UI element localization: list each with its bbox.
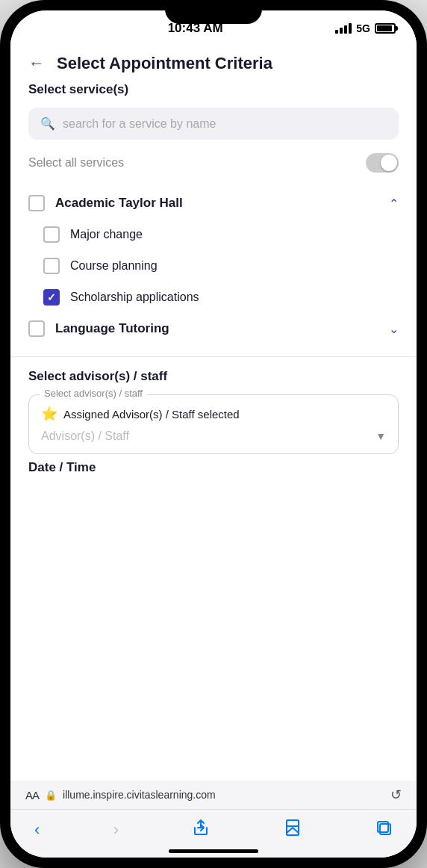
advisor-card[interactable]: Select advisor(s) / staff ⭐ Assigned Adv… [28, 394, 399, 454]
sub-checkbox-course-planning[interactable] [43, 258, 60, 274]
advisor-selected-text: Assigned Advisor(s) / Staff selected [63, 408, 240, 421]
signal-type: 5G [356, 22, 370, 34]
chevron-down-icon[interactable]: ⌄ [389, 322, 399, 336]
date-time-label: Date / Time [28, 460, 399, 475]
category-checkbox-academic[interactable] [28, 195, 45, 211]
category-name-language: Language Tutoring [55, 321, 378, 336]
services-section-label: Select service(s) [28, 82, 399, 97]
sub-item-label-course-planning: Course planning [70, 259, 158, 273]
back-button[interactable]: ← [28, 55, 45, 72]
notch [165, 0, 262, 24]
status-icons: 5G [335, 22, 396, 34]
category-checkbox-language[interactable] [28, 320, 45, 337]
sub-checkbox-major-change[interactable] [43, 226, 60, 243]
select-all-label: Select all services [28, 156, 124, 170]
select-all-row: Select all services [28, 153, 399, 173]
tabs-button[interactable] [372, 816, 396, 844]
category-academic-taylor-hall: Academic Taylor Hall ⌃ Major change Cour… [28, 187, 399, 313]
sub-item-course-planning[interactable]: Course planning [43, 250, 399, 282]
page-title: Select Appointment Criteria [57, 54, 272, 73]
advisor-section: Select advisor(s) / staff Select advisor… [10, 369, 417, 454]
home-indicator [169, 849, 258, 853]
signal-bars [335, 23, 352, 34]
advisor-dropdown-row[interactable]: Advisor(s) / Staff ▼ [41, 430, 386, 443]
bookmark-button[interactable] [281, 816, 305, 844]
advisor-placeholder: Advisor(s) / Staff [41, 430, 129, 443]
dropdown-arrow-icon: ▼ [375, 430, 386, 442]
category-name-academic: Academic Taylor Hall [55, 196, 378, 211]
page-header: ← Select Appointment Criteria [10, 42, 417, 82]
sub-item-scholarship[interactable]: Scholarship applications [43, 282, 399, 313]
sub-checkbox-scholarship[interactable] [43, 289, 60, 306]
lock-icon: 🔒 [45, 790, 57, 801]
section-divider [10, 356, 417, 357]
sub-item-label-major-change: Major change [70, 228, 143, 241]
date-time-section: Date / Time [10, 454, 417, 495]
services-section: Select service(s) 🔍 search for a service… [10, 82, 417, 344]
advisor-card-label: Select advisor(s) / staff [40, 388, 147, 399]
browser-back-button[interactable]: ‹ [31, 817, 43, 843]
share-button[interactable] [189, 816, 213, 844]
search-box[interactable]: 🔍 search for a service by name [28, 108, 399, 140]
category-row-language[interactable]: Language Tutoring ⌄ [28, 313, 399, 344]
category-language-tutoring: Language Tutoring ⌄ [28, 313, 399, 344]
select-all-toggle[interactable] [366, 153, 399, 173]
advisor-selected-row: ⭐ Assigned Advisor(s) / Staff selected [41, 406, 386, 422]
font-size-button[interactable]: AA [25, 789, 39, 802]
sub-item-major-change[interactable]: Major change [43, 219, 399, 250]
search-icon: 🔍 [40, 117, 55, 131]
scroll-area: ← Select Appointment Criteria Select ser… [10, 42, 417, 781]
sub-items-academic: Major change Course planning Scholarship… [28, 219, 399, 313]
battery-fill [377, 25, 392, 31]
url-text: illume.inspire.civitaslearning.com [63, 789, 384, 801]
advisor-section-label: Select advisor(s) / staff [28, 369, 399, 384]
sub-item-label-scholarship: Scholarship applications [70, 291, 199, 304]
star-icon: ⭐ [41, 406, 57, 422]
battery-icon [375, 23, 396, 34]
category-row-academic[interactable]: Academic Taylor Hall ⌃ [28, 187, 399, 219]
phone-screen: 10:43 AM 5G ← Select Appointment Criteri [10, 10, 417, 858]
toggle-thumb [381, 155, 397, 171]
bottom-bar: AA 🔒 illume.inspire.civitaslearning.com … [10, 781, 417, 809]
refresh-button[interactable]: ↺ [390, 787, 402, 803]
search-input-placeholder: search for a service by name [63, 117, 216, 131]
phone-frame: 10:43 AM 5G ← Select Appointment Criteri [0, 0, 427, 868]
browser-forward-button[interactable]: › [110, 817, 122, 843]
chevron-up-icon[interactable]: ⌃ [389, 196, 399, 211]
